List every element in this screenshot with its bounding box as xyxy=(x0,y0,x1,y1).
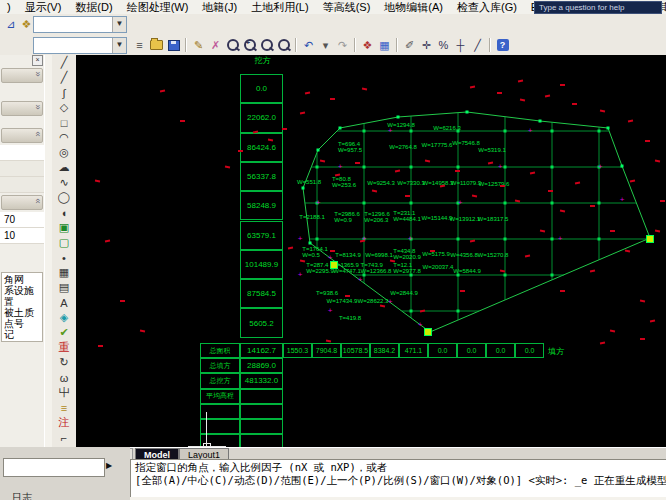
tree-item[interactable]: 记 xyxy=(4,329,42,340)
help-question-input[interactable]: Type a question for help xyxy=(534,1,662,14)
arc-icon[interactable]: ◠ xyxy=(54,130,74,145)
polyline-icon[interactable]: ∫ xyxy=(54,85,74,100)
ellipse-icon[interactable]: ◯ xyxy=(54,190,74,205)
close-icon[interactable]: × xyxy=(32,55,43,66)
menu-item[interactable]: 绘图处理(W) xyxy=(120,1,196,14)
menu-item[interactable]: 地籍(J) xyxy=(195,1,244,14)
erase-icon[interactable]: ✗ xyxy=(208,38,224,53)
panel-value-row[interactable]: 70 xyxy=(0,212,44,228)
grid-cell-volume-label: T=12.1W=2977.8 xyxy=(393,262,421,274)
selected-grip[interactable] xyxy=(424,328,432,336)
panel-section-collapsed-1[interactable]: » xyxy=(1,68,43,83)
grid-cell-volume-label: T=938.6 xyxy=(316,290,338,296)
zoom-in-icon[interactable]: + xyxy=(242,38,258,53)
panel-input-row[interactable] xyxy=(0,145,44,161)
help-icon[interactable]: ? xyxy=(495,38,511,53)
grid-cell-volume-label: W=9254.3 xyxy=(367,180,395,186)
hatch-icon[interactable]: ▦ xyxy=(54,265,74,280)
panel-row[interactable] xyxy=(0,161,44,177)
undo-icon[interactable]: ↶ xyxy=(301,38,317,53)
selected-grip[interactable] xyxy=(646,235,654,243)
layer-combo[interactable]: ▼ xyxy=(33,16,127,33)
zoom-previous-icon[interactable] xyxy=(276,38,292,53)
combo-arrow-icon[interactable]: ▼ xyxy=(112,17,126,32)
node-cross-marker: + xyxy=(418,321,423,329)
make-block-icon[interactable]: ▢ xyxy=(54,235,74,250)
tree-item[interactable]: 系设施 xyxy=(4,285,42,296)
break-icon[interactable]: ┼ xyxy=(453,38,469,53)
image-icon[interactable]: ▤ xyxy=(54,280,74,295)
fill-volume-cell: 471.1 xyxy=(399,343,428,358)
annotate-icon[interactable]: 注 xyxy=(54,415,74,430)
drawing-canvas[interactable]: 挖方 0.022062.086424.656337.858248.963579.… xyxy=(76,55,666,447)
menu-item[interactable]: 土地利用(L) xyxy=(244,1,315,14)
trim-icon[interactable]: ╱ xyxy=(470,38,486,53)
point-icon[interactable]: • xyxy=(54,250,74,265)
linetype-icon[interactable]: ≡ xyxy=(132,38,148,53)
ellipse-arc-icon[interactable]: ◖ xyxy=(54,205,74,220)
omega-icon[interactable]: ω xyxy=(54,370,74,385)
symbol-icon[interactable]: 屮 xyxy=(54,385,74,400)
rotate-icon[interactable]: ↻ xyxy=(54,355,74,370)
command-line-window[interactable]: 指定窗口的角点，输入比例因子 (nX 或 nXP)，或者[全部(A)/中心(C)… xyxy=(130,459,666,500)
menu-item[interactable]: 地物编辑(A) xyxy=(377,1,450,14)
panel-section-expanded-2[interactable]: « xyxy=(1,195,43,210)
table-icon[interactable]: ▦ xyxy=(377,38,393,53)
zoom-window-icon[interactable] xyxy=(225,38,241,53)
elevation-point xyxy=(645,140,650,142)
open-icon[interactable] xyxy=(149,38,165,53)
panel-section-expanded-1[interactable]: « xyxy=(1,128,43,143)
redo-icon[interactable]: ↷ xyxy=(335,38,351,53)
line-icon[interactable]: ╱ xyxy=(54,55,74,70)
cut-volume-cell: 56337.8 xyxy=(240,162,283,191)
elevation-point xyxy=(180,120,185,122)
chevron-down-icon: » xyxy=(32,104,42,109)
spline-icon[interactable]: ∿ xyxy=(54,175,74,190)
menu-item[interactable]: 等高线(S) xyxy=(316,1,378,14)
sketch-icon[interactable]: ✐ xyxy=(402,38,418,53)
redraw-icon[interactable]: 重 xyxy=(54,340,74,355)
menu-item[interactable]: 显示(V) xyxy=(18,1,69,14)
circle-icon[interactable]: ◎ xyxy=(54,145,74,160)
bottom-input-box[interactable] xyxy=(3,458,105,477)
insert-block-icon[interactable]: ▣ xyxy=(54,220,74,235)
selected-grip[interactable] xyxy=(330,261,338,269)
fill-volume-cell: 0.0 xyxy=(428,343,457,358)
draw-line-icon[interactable]: ✎ xyxy=(191,38,207,53)
layer-icon[interactable]: ◈ xyxy=(54,310,74,325)
arrow-right-icon[interactable]: ▶ xyxy=(106,461,112,470)
elevation-point xyxy=(660,200,665,202)
find-icon[interactable]: ❖ xyxy=(360,38,376,53)
save-icon[interactable] xyxy=(166,38,182,53)
text-icon[interactable]: A xyxy=(54,295,74,310)
cut-volume-cell: 5605.2 xyxy=(240,308,283,337)
move-icon[interactable]: ✛ xyxy=(419,38,435,53)
shape-icon[interactable]: ⌐ xyxy=(54,430,74,445)
panel-row[interactable] xyxy=(0,177,44,193)
elevation-point xyxy=(355,162,360,164)
scale-icon[interactable]: % xyxy=(436,38,452,53)
node-cross-marker: + xyxy=(298,235,303,243)
menu-item[interactable]: 检查入库(G) xyxy=(450,1,524,14)
panel-value-row[interactable]: 10 xyxy=(0,228,44,244)
menu-item[interactable]: 数据(D) xyxy=(68,1,119,14)
ucs-tool-icon[interactable]: ⊿ xyxy=(3,17,19,32)
undo-dropdown-icon[interactable]: ▾ xyxy=(318,38,334,53)
menu-item[interactable]: ) xyxy=(0,1,18,14)
combo-arrow-icon[interactable]: ▼ xyxy=(112,38,126,53)
ray-icon[interactable]: ╱ xyxy=(54,70,74,85)
revcloud-icon[interactable]: ☁ xyxy=(54,160,74,175)
grid-cell-volume-label: T=2986.6W=0.9 xyxy=(334,211,360,223)
tree-item[interactable]: 置 xyxy=(4,296,42,307)
tree-item[interactable]: 点号 xyxy=(4,318,42,329)
command-combo[interactable]: ▼ xyxy=(33,37,127,54)
tree-item[interactable]: 角网 xyxy=(4,274,42,285)
rectangle-icon[interactable]: □ xyxy=(54,115,74,130)
check-icon[interactable]: ✔ xyxy=(54,325,74,340)
zoom-extents-icon[interactable] xyxy=(259,38,275,53)
panel-value-rows: 7010 xyxy=(0,212,44,244)
multiline-icon[interactable]: ≡ xyxy=(54,400,74,415)
tree-item[interactable]: 被土质 xyxy=(4,307,42,318)
panel-section-collapsed-2[interactable]: » xyxy=(1,101,43,116)
polygon-icon[interactable]: ◇ xyxy=(54,100,74,115)
